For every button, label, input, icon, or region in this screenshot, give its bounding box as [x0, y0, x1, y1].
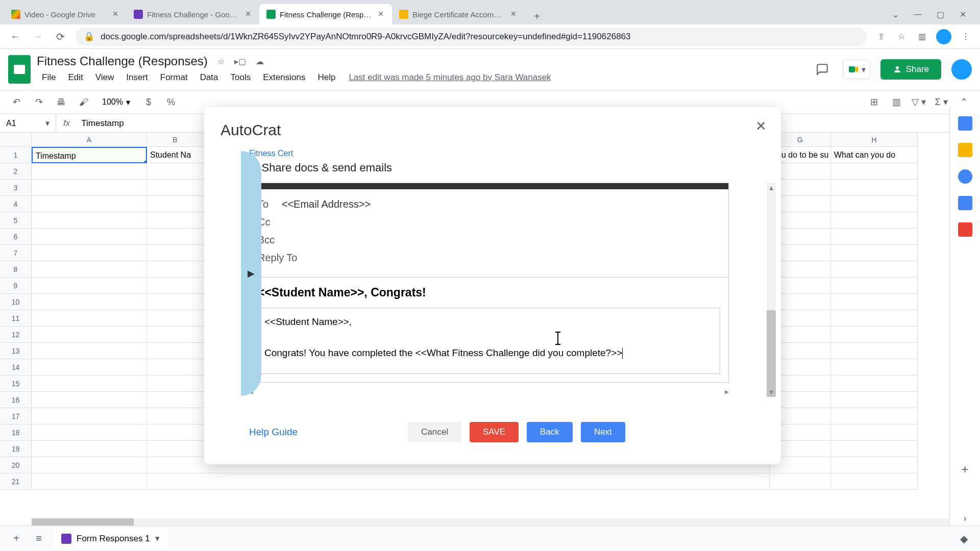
cell[interactable]	[831, 375, 918, 392]
cell[interactable]	[32, 441, 147, 457]
bcc-field[interactable]: Bcc	[258, 231, 720, 249]
cell-h1[interactable]: What can you do	[831, 147, 918, 163]
cell[interactable]	[147, 457, 203, 473]
menu-edit[interactable]: Edit	[63, 70, 88, 85]
cell[interactable]	[831, 180, 918, 196]
back-button[interactable]: ←	[8, 30, 22, 44]
cell[interactable]	[147, 196, 203, 212]
sheet-tab-responses[interactable]: Form Responses 1 ▾	[53, 528, 168, 549]
close-icon[interactable]: ×	[509, 10, 518, 18]
column-header-b[interactable]: B	[147, 133, 203, 147]
cell[interactable]	[32, 310, 147, 327]
close-icon[interactable]: ×	[111, 10, 119, 18]
cell[interactable]	[32, 278, 147, 294]
scroll-down-icon[interactable]: ▾	[767, 387, 776, 397]
cell[interactable]	[831, 229, 918, 245]
add-sheet-button[interactable]: +	[8, 531, 24, 547]
row-header[interactable]: 3	[0, 180, 32, 196]
to-field[interactable]: To <<Email Address>>	[258, 195, 720, 213]
row-header[interactable]: 4	[0, 196, 32, 212]
row-header[interactable]: 6	[0, 229, 32, 245]
cell[interactable]	[32, 375, 147, 392]
back-button[interactable]: Back	[527, 422, 573, 442]
star-icon[interactable]: ☆	[215, 55, 227, 67]
select-all-corner[interactable]	[0, 133, 32, 147]
row-header[interactable]: 17	[0, 408, 32, 424]
cell[interactable]	[831, 196, 918, 212]
insert-chart-button[interactable]: ▥	[888, 94, 904, 110]
move-icon[interactable]: ▸▢	[234, 55, 247, 67]
cell[interactable]	[147, 310, 203, 327]
all-sheets-button[interactable]: ≡	[31, 531, 47, 547]
cell[interactable]	[831, 441, 918, 457]
cell[interactable]	[147, 392, 203, 408]
row-header[interactable]: 19	[0, 441, 32, 457]
cell[interactable]	[831, 294, 918, 310]
functions-button[interactable]: Σ ▾	[933, 94, 949, 110]
cell[interactable]	[831, 359, 918, 375]
row-header[interactable]: 11	[0, 310, 32, 327]
currency-button[interactable]: $	[140, 94, 157, 110]
add-addon-icon[interactable]: +	[958, 462, 972, 477]
cell[interactable]	[32, 196, 147, 212]
reload-button[interactable]: ⟳	[53, 30, 67, 44]
menu-icon[interactable]: ⋮	[960, 31, 972, 43]
cell[interactable]	[32, 359, 147, 375]
cell[interactable]	[147, 212, 203, 229]
undo-button[interactable]: ↶	[8, 94, 24, 110]
menu-tools[interactable]: Tools	[226, 70, 256, 85]
menu-help[interactable]: Help	[312, 70, 340, 85]
window-close-icon[interactable]: ✕	[958, 9, 968, 19]
column-header-h[interactable]: H	[831, 133, 918, 147]
row-header[interactable]: 21	[0, 473, 32, 490]
menu-extensions[interactable]: Extensions	[258, 70, 310, 85]
cell[interactable]	[831, 424, 918, 441]
cell[interactable]	[147, 163, 203, 180]
breadcrumb-link[interactable]: Fitness Cert	[249, 149, 765, 158]
cell[interactable]	[147, 261, 203, 278]
filter-button[interactable]: ▽ ▾	[911, 94, 927, 110]
minimize-icon[interactable]: —	[913, 9, 923, 19]
cell[interactable]	[32, 473, 147, 490]
cell[interactable]	[32, 163, 147, 180]
cell[interactable]	[147, 327, 203, 343]
cell[interactable]	[147, 408, 203, 424]
cell[interactable]	[32, 327, 147, 343]
print-button[interactable]: 🖶	[53, 94, 69, 110]
scroll-thumb[interactable]	[767, 310, 776, 397]
cell[interactable]	[147, 473, 203, 490]
browser-tab-slides[interactable]: Biege Certificate Accomplishmen ×	[392, 4, 525, 24]
paint-format-button[interactable]: 🖌	[76, 94, 92, 110]
cell[interactable]	[147, 441, 203, 457]
menu-view[interactable]: View	[90, 70, 119, 85]
browser-tab-forms[interactable]: Fitness Challenge - Google Form ×	[127, 4, 259, 24]
browser-tab-sheets[interactable]: Fitness Challenge (Responses) - G ×	[259, 4, 392, 24]
row-header[interactable]: 7	[0, 245, 32, 261]
hide-panel-icon[interactable]: ›	[958, 511, 972, 525]
row-header[interactable]: 12	[0, 327, 32, 343]
cc-field[interactable]: Cc	[258, 213, 720, 231]
cell[interactable]	[831, 408, 918, 424]
row-header[interactable]: 13	[0, 343, 32, 359]
cell[interactable]	[147, 424, 203, 441]
row-header[interactable]: 14	[0, 359, 32, 375]
cell[interactable]	[831, 278, 918, 294]
share-page-icon[interactable]: ⇧	[875, 31, 887, 43]
maps-icon[interactable]	[958, 222, 972, 237]
cell[interactable]	[32, 408, 147, 424]
cell[interactable]	[831, 392, 918, 408]
cell-a1[interactable]: Timestamp	[32, 147, 147, 163]
cell[interactable]	[32, 245, 147, 261]
account-avatar[interactable]	[951, 59, 972, 80]
menu-insert[interactable]: Insert	[121, 70, 153, 85]
close-icon[interactable]: ×	[244, 10, 252, 18]
share-button[interactable]: Share	[880, 59, 941, 80]
cell[interactable]	[32, 457, 147, 473]
cell[interactable]	[32, 424, 147, 441]
save-button[interactable]: SAVE	[470, 422, 519, 442]
cell[interactable]	[147, 245, 203, 261]
cloud-saved-icon[interactable]: ☁	[254, 55, 266, 67]
modal-scrollbar[interactable]: ▴ ▾	[767, 183, 776, 397]
cell[interactable]	[147, 278, 203, 294]
row-header[interactable]: 5	[0, 212, 32, 229]
